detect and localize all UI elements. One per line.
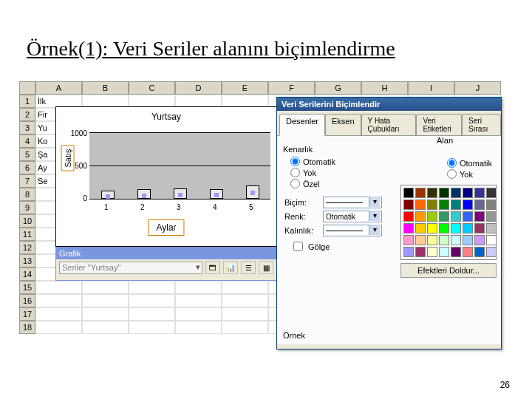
cell[interactable] [129, 281, 175, 294]
row-header[interactable]: 12 [19, 241, 35, 254]
color-swatch[interactable] [403, 200, 414, 210]
cell[interactable] [175, 307, 222, 321]
chart-object-combo[interactable]: Seriler "Yurtsay" [59, 262, 202, 274]
color-swatch[interactable] [451, 247, 461, 257]
cell[interactable] [222, 294, 268, 307]
color-swatch[interactable] [427, 247, 437, 257]
row-header[interactable]: 2 [19, 108, 35, 121]
column-header[interactable]: E [222, 81, 268, 95]
cell[interactable] [222, 307, 268, 321]
color-swatch[interactable] [403, 211, 414, 222]
color-swatch[interactable] [463, 211, 473, 222]
color-swatch[interactable] [463, 247, 473, 257]
border-color-combo[interactable]: Otomatik [323, 211, 382, 222]
cell[interactable] [82, 307, 129, 321]
color-swatch[interactable] [474, 235, 485, 245]
color-swatch[interactable] [474, 211, 485, 222]
color-swatch[interactable] [451, 235, 461, 245]
row-header[interactable]: 10 [19, 214, 35, 228]
row-header[interactable]: 1 [19, 95, 35, 108]
row-header[interactable]: 11 [19, 228, 35, 241]
color-swatch[interactable] [474, 247, 485, 257]
color-swatch[interactable] [439, 200, 449, 210]
color-swatch[interactable] [415, 247, 426, 257]
cell[interactable] [35, 321, 82, 334]
color-swatch[interactable] [486, 247, 497, 257]
color-swatch[interactable] [474, 223, 485, 233]
cell[interactable] [175, 321, 222, 334]
chart-x-axis-label[interactable]: Aylar [148, 219, 184, 236]
data-table-toggle-icon[interactable]: ▦ [259, 261, 273, 274]
row-header[interactable]: 6 [19, 161, 35, 174]
border-weight-combo[interactable] [323, 225, 382, 236]
color-swatch[interactable] [486, 211, 497, 222]
color-swatch[interactable] [439, 211, 449, 222]
cell[interactable] [175, 281, 222, 294]
color-swatch[interactable] [403, 235, 414, 245]
cell[interactable] [82, 321, 129, 334]
row-header[interactable]: 3 [19, 121, 35, 134]
area-radio-yok[interactable] [447, 169, 457, 179]
row-header[interactable]: 7 [19, 174, 35, 188]
row-header[interactable]: 13 [19, 254, 35, 267]
tab-desenler[interactable]: Desenler [279, 114, 325, 136]
legend-toggle-icon[interactable]: ☰ [241, 261, 256, 274]
row-header[interactable]: 16 [19, 294, 35, 307]
cell[interactable] [175, 294, 222, 307]
row-header[interactable]: 14 [19, 267, 35, 281]
color-swatch[interactable] [439, 223, 449, 233]
color-swatch[interactable] [463, 235, 473, 245]
border-style-combo[interactable] [323, 197, 382, 208]
color-swatch[interactable] [427, 235, 437, 245]
color-swatch[interactable] [415, 223, 426, 233]
color-swatch[interactable] [403, 247, 414, 257]
color-swatch[interactable] [463, 188, 473, 198]
cell[interactable] [222, 321, 268, 334]
cell[interactable] [129, 307, 175, 321]
color-swatch[interactable] [474, 188, 485, 198]
column-header[interactable]: B [82, 81, 129, 95]
column-header[interactable]: D [175, 81, 222, 95]
column-header[interactable]: G [315, 81, 361, 95]
row-header[interactable]: 17 [19, 307, 35, 321]
color-swatch[interactable] [427, 188, 437, 198]
cell[interactable] [35, 307, 82, 321]
fill-effects-button[interactable]: Efektleri Doldur... [400, 263, 497, 278]
chart-bar[interactable] [246, 185, 259, 199]
color-swatch[interactable] [439, 247, 449, 257]
color-swatch[interactable] [415, 188, 426, 198]
shadow-checkbox[interactable] [293, 242, 303, 251]
color-swatch[interactable] [463, 223, 473, 233]
color-swatch[interactable] [486, 223, 497, 233]
color-swatch[interactable] [439, 188, 449, 198]
color-swatch[interactable] [403, 223, 414, 233]
color-swatch[interactable] [415, 211, 426, 222]
row-header[interactable]: 5 [19, 148, 35, 161]
border-radio-yok[interactable] [290, 168, 300, 177]
chart-bar[interactable] [210, 189, 223, 200]
cell[interactable] [129, 321, 175, 334]
column-header[interactable]: I [408, 81, 454, 95]
color-swatch[interactable] [486, 235, 497, 245]
border-radio-ozel[interactable] [290, 179, 300, 188]
color-swatch[interactable] [451, 223, 461, 233]
chart-bar[interactable] [137, 189, 151, 199]
tab-y-hata[interactable]: Y Hata Çubukları [361, 114, 417, 135]
color-swatch[interactable] [403, 188, 414, 198]
row-header[interactable]: 9 [19, 201, 35, 214]
select-all-corner[interactable] [19, 81, 35, 95]
row-header[interactable]: 8 [19, 188, 35, 201]
row-header[interactable]: 4 [19, 134, 35, 148]
color-swatch[interactable] [427, 200, 437, 210]
column-header[interactable]: H [361, 81, 408, 95]
chart-plot-area[interactable] [89, 132, 270, 199]
color-swatch[interactable] [474, 200, 485, 210]
cell[interactable] [35, 281, 82, 294]
chart-bar[interactable] [174, 188, 187, 199]
tab-veri-etiketleri[interactable]: Veri Etiketleri [416, 114, 462, 135]
color-swatch[interactable] [415, 235, 426, 245]
embedded-chart[interactable]: Yurtsay Satış 1000 500 0 Aylar 12345 [55, 106, 277, 247]
color-swatch[interactable] [427, 223, 437, 233]
cell[interactable] [35, 294, 82, 307]
column-header[interactable]: F [268, 81, 315, 95]
